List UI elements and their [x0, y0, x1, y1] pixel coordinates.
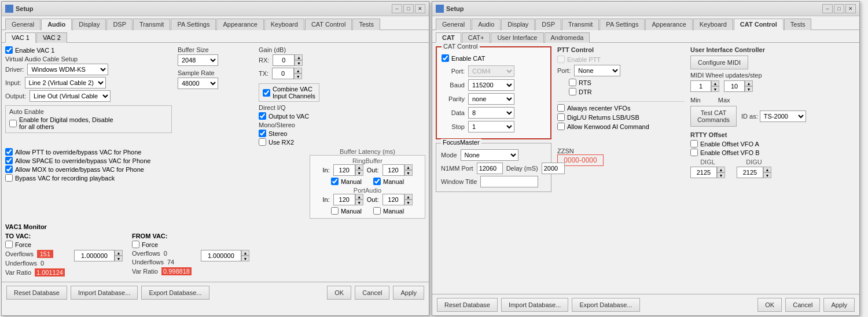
rts-check[interactable]: RTS	[569, 79, 685, 86]
enable-offset-vfo-a-checkbox[interactable]	[690, 140, 698, 148]
tab-pa-settings-left[interactable]: PA Settings	[171, 19, 216, 30]
left-apply-btn[interactable]: Apply	[393, 286, 424, 300]
ring-manual-out-label[interactable]: Manual	[373, 178, 404, 185]
use-rx2-checkbox[interactable]	[259, 138, 266, 146]
tab-tests-left[interactable]: Tests	[352, 19, 380, 30]
sub-tab-cat-plus[interactable]: CAT+	[462, 32, 491, 43]
test-cat-btn[interactable]: Test CAT Commands	[690, 106, 737, 127]
bypass-vac-check[interactable]: Bypass VAC for recording playback	[5, 174, 304, 182]
right-apply-btn[interactable]: Apply	[823, 298, 855, 312]
tab-dsp-left[interactable]: DSP	[106, 19, 133, 30]
allow-space-checkbox[interactable]	[5, 157, 13, 164]
sub-tab-andromeda[interactable]: Andromeda	[545, 32, 590, 43]
id-as-select[interactable]: TS-2000	[760, 110, 806, 122]
sample-rate-select[interactable]: 48000	[178, 78, 218, 89]
right-ok-btn[interactable]: OK	[757, 298, 782, 312]
digl-returns-check[interactable]: DigL/U Returns LSB/USB	[557, 113, 685, 121]
allow-space-check[interactable]: Allow SPACE to override/bypass VAC for P…	[5, 157, 304, 164]
digu-down[interactable]: ▼	[763, 172, 771, 178]
pa-in-down[interactable]: ▼	[355, 200, 363, 205]
tab-keyboard-right[interactable]: Keyboard	[693, 19, 733, 30]
left-maximize-btn[interactable]: □	[403, 4, 414, 13]
ring-out-input[interactable]	[382, 164, 404, 176]
tab-display-left[interactable]: Display	[72, 19, 106, 30]
rts-checkbox[interactable]	[569, 79, 576, 86]
tab-pa-settings-right[interactable]: PA Settings	[599, 19, 645, 30]
allow-ptt-checkbox[interactable]	[5, 148, 13, 156]
midi-min-up[interactable]: ▲	[711, 80, 719, 86]
ring-out-down[interactable]: ▼	[404, 170, 413, 176]
ring-manual-in-label[interactable]: Manual	[331, 178, 362, 185]
right-close-btn[interactable]: ✕	[845, 4, 856, 13]
allow-mox-checkbox[interactable]	[5, 165, 13, 173]
output-to-vac-checkbox[interactable]	[259, 112, 266, 120]
gain-rx-down[interactable]: ▼	[295, 60, 303, 66]
buffer-size-select[interactable]: 2048	[178, 54, 218, 66]
digl-returns-checkbox[interactable]	[557, 113, 565, 121]
output-to-vac-label[interactable]: Output to VAC	[259, 112, 425, 120]
force2-checkbox[interactable]	[132, 241, 139, 248]
sub-tab-user-interface[interactable]: User Interface	[491, 32, 543, 43]
pa-in-input[interactable]	[333, 194, 355, 205]
right-import-btn[interactable]: Import Database...	[501, 298, 569, 312]
ring-manual-out-cb[interactable]	[373, 178, 381, 185]
left-reset-btn[interactable]: Reset Database	[6, 286, 67, 300]
auto-enable-check[interactable]: Enable for Digital modes, Disablefor all…	[9, 116, 168, 130]
right-export-btn[interactable]: Export Database...	[572, 298, 639, 312]
allow-kenwood-check[interactable]: Allow Kenwood AI Command	[557, 123, 685, 130]
tab-audio-right[interactable]: Audio	[472, 19, 501, 30]
left-ok-btn[interactable]: OK	[327, 286, 351, 300]
right-reset-btn[interactable]: Reset Database	[437, 298, 498, 312]
digl-up[interactable]: ▲	[717, 167, 725, 172]
input-select[interactable]: Line 2 (Virtual Cable 2)	[25, 77, 106, 89]
midi-min-input[interactable]	[690, 80, 711, 92]
allow-ptt-check[interactable]: Allow PTT to override/bypass VAC for Pho…	[5, 148, 304, 156]
tab-cat-control-right[interactable]: CAT Control	[734, 19, 784, 30]
force1-check[interactable]: Force	[5, 241, 31, 248]
output-select[interactable]: Line Out (Virtual Cable 1)	[30, 90, 111, 102]
enable-cat-checkbox[interactable]	[442, 54, 449, 62]
data-select[interactable]: 8	[468, 107, 514, 119]
vac1-tab[interactable]: VAC 1	[5, 32, 36, 43]
allow-mox-check[interactable]: Allow MOX to override/bypass VAC for Pho…	[5, 165, 304, 173]
gain-rx-input[interactable]	[273, 54, 295, 66]
ring-in-input[interactable]	[333, 164, 355, 176]
configure-midi-btn[interactable]: Configure MIDI	[690, 56, 748, 69]
enable-offset-vfo-b-check[interactable]: Enable Offset VFO B	[690, 149, 856, 156]
right-cancel-btn[interactable]: Cancel	[785, 298, 820, 312]
tab-keyboard-left[interactable]: Keyboard	[264, 19, 304, 30]
tab-tests-right[interactable]: Tests	[784, 19, 812, 30]
enable-ptt-check[interactable]: Enable PTT	[557, 56, 685, 63]
gain-tx-up[interactable]: ▲	[294, 68, 302, 73]
cat-port-select[interactable]: COM4	[468, 65, 514, 77]
pa-manual-out-cb[interactable]	[373, 207, 381, 215]
baud-select[interactable]: 115200	[468, 79, 514, 91]
right-minimize-btn[interactable]: –	[822, 4, 833, 13]
enable-offset-vfo-b-checkbox[interactable]	[690, 149, 698, 156]
combine-vac-checkbox[interactable]	[263, 89, 270, 97]
stereo-label[interactable]: Stereo	[259, 130, 425, 137]
left-close-btn[interactable]: ✕	[415, 4, 425, 13]
mode-select[interactable]: None	[461, 149, 518, 161]
driver-select[interactable]: Windows WDM-KS	[27, 64, 108, 75]
always-recenter-check[interactable]: Always recenter VFOs	[557, 104, 685, 112]
tab-appearance-right[interactable]: Appearance	[645, 19, 692, 30]
ratio1-down[interactable]: ▼	[115, 256, 123, 261]
always-recenter-checkbox[interactable]	[557, 104, 565, 112]
digu-input[interactable]	[737, 167, 763, 178]
ring-out-up[interactable]: ▲	[404, 164, 413, 170]
ratio2-down[interactable]: ▼	[241, 256, 249, 261]
enable-vac1-checkbox[interactable]	[5, 46, 13, 54]
digu-up[interactable]: ▲	[763, 167, 771, 172]
pa-out-down[interactable]: ▼	[404, 200, 413, 205]
gain-tx-down[interactable]: ▼	[294, 73, 302, 79]
bypass-vac-checkbox[interactable]	[5, 174, 13, 182]
ratio2-input[interactable]	[201, 250, 241, 261]
vac2-tab[interactable]: VAC 2	[36, 32, 67, 43]
dtr-checkbox[interactable]	[569, 88, 576, 95]
stereo-checkbox[interactable]	[259, 130, 266, 137]
ratio2-up[interactable]: ▲	[241, 250, 249, 256]
parity-select[interactable]: none	[468, 93, 514, 105]
digl-down[interactable]: ▼	[717, 172, 725, 178]
ring-manual-in-cb[interactable]	[331, 178, 339, 185]
